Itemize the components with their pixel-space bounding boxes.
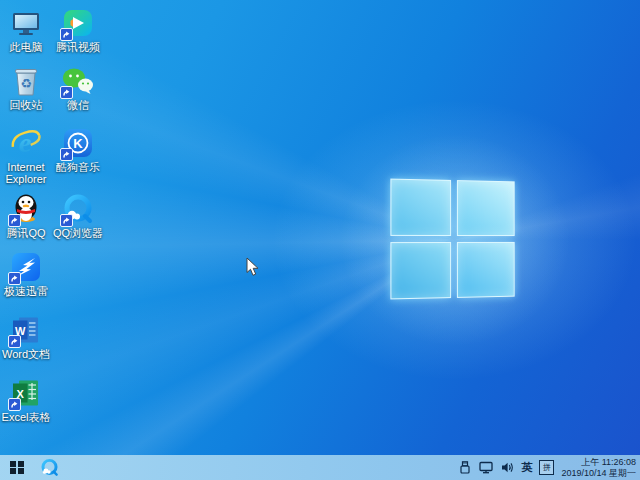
desktop-icon-tencent-video[interactable]: 腾讯视频 (52, 7, 104, 53)
wechat-icon (62, 65, 94, 97)
desktop-icon-qq-browser[interactable]: QQ浏览器 (52, 193, 104, 239)
icon-label: QQ浏览器 (53, 227, 103, 239)
network-icon[interactable] (479, 461, 493, 475)
desktop-icon-kugou-music[interactable]: K 酷狗音乐 (52, 127, 104, 173)
windows-start-icon (10, 461, 24, 475)
icon-label: Word文档 (2, 348, 50, 360)
icon-label: 微信 (67, 99, 89, 111)
icon-label: Excel表格 (2, 411, 51, 423)
windows-logo-icon (390, 179, 514, 300)
volume-icon[interactable] (500, 461, 514, 475)
word-icon: W (10, 314, 42, 346)
tencent-qq-icon (10, 193, 42, 225)
desktop-icon-tencent-qq[interactable]: 腾讯QQ (0, 193, 52, 239)
tencent-video-icon (62, 7, 94, 39)
desktop-icon-xunlei[interactable]: 极速迅雷 (0, 251, 52, 297)
shortcut-arrow-icon (8, 272, 21, 285)
icon-label: Internet Explorer (0, 161, 52, 185)
windows-logo-pane (390, 242, 451, 299)
windows-logo-pane (390, 179, 451, 236)
qq-browser-icon (62, 193, 94, 225)
taskbar-qq-browser-button[interactable] (34, 455, 64, 480)
shortcut-arrow-icon (8, 335, 21, 348)
icon-label: 极速迅雷 (4, 285, 48, 297)
this-pc-icon (10, 7, 42, 39)
clock-date: 2019/10/14 星期一 (561, 468, 636, 479)
clock-time: 上午 11:26:08 (561, 457, 636, 468)
shortcut-arrow-icon (8, 214, 21, 227)
internet-explorer-icon: e (10, 127, 42, 159)
icon-label: 此电脑 (10, 41, 43, 53)
shortcut-arrow-icon (60, 86, 73, 99)
taskbar: 英 拼 上午 11:26:08 2019/10/14 星期一 (0, 455, 640, 480)
desktop-icon-excel[interactable]: X Excel表格 (0, 377, 52, 423)
excel-icon: X (10, 377, 42, 409)
recycle-bin-icon: ♻ (10, 65, 42, 97)
desktop-icon-word[interactable]: W Word文档 (0, 314, 52, 360)
windows-logo-pane (457, 242, 515, 298)
windows-logo-wallpaper (390, 180, 518, 298)
ime-mode-icon[interactable]: 拼 (539, 460, 554, 475)
windows-logo-pane (457, 180, 515, 236)
qq-browser-icon (40, 458, 59, 477)
xunlei-thunder-icon (10, 251, 42, 283)
icon-label: 腾讯QQ (6, 227, 45, 239)
start-button[interactable] (0, 455, 34, 480)
desktop-icon-wechat[interactable]: 微信 (52, 65, 104, 111)
shortcut-arrow-icon (60, 28, 73, 41)
kugou-music-icon: K (62, 127, 94, 159)
desktop-icon-recycle-bin[interactable]: ♻ 回收站 (0, 65, 52, 111)
ime-language-indicator[interactable]: 英 (521, 460, 532, 475)
mouse-cursor (246, 257, 260, 281)
icon-label: 腾讯视频 (56, 41, 100, 53)
shortcut-arrow-icon (60, 214, 73, 227)
svg-text:♻: ♻ (20, 76, 32, 91)
desktop-icon-this-pc[interactable]: 此电脑 (0, 7, 52, 53)
shortcut-arrow-icon (8, 398, 21, 411)
icon-label: 酷狗音乐 (56, 161, 100, 173)
shortcut-arrow-icon (60, 148, 73, 161)
system-tray: 英 拼 上午 11:26:08 2019/10/14 星期一 (458, 455, 640, 480)
svg-text:K: K (73, 136, 83, 151)
safely-remove-hardware-icon[interactable] (458, 461, 472, 475)
desktop-icon-internet-explorer[interactable]: e Internet Explorer (0, 127, 52, 185)
icon-label: 回收站 (10, 99, 43, 111)
taskbar-clock[interactable]: 上午 11:26:08 2019/10/14 星期一 (561, 457, 636, 479)
